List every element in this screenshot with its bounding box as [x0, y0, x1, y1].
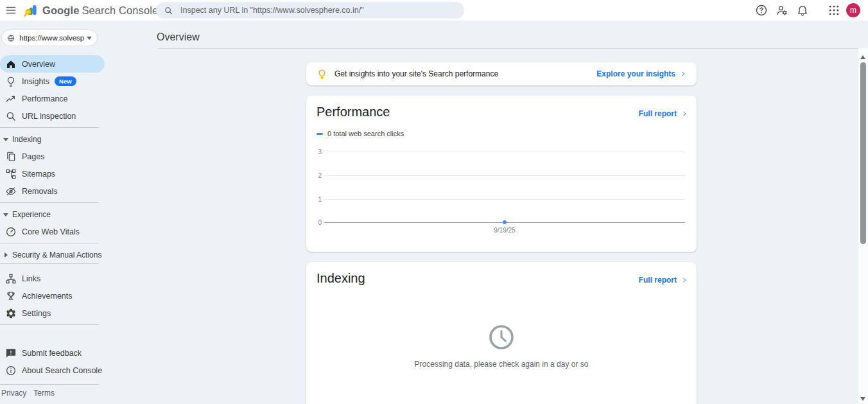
new-badge: New	[55, 76, 76, 86]
sidebar-item-label: Links	[22, 274, 40, 283]
chart-legend: 0 total web search clicks	[317, 130, 404, 137]
chevron-right-icon	[681, 110, 688, 117]
links-tree-icon	[5, 273, 17, 285]
performance-card: Performance Full report 0 total web sear…	[306, 96, 697, 252]
gridline	[324, 199, 685, 200]
feedback-icon	[5, 347, 17, 359]
sidebar-item-achievements[interactable]: Achievements	[0, 287, 105, 304]
sidebar-item-label: Submit feedback	[22, 349, 82, 358]
x-axis-tick: 9/19/25	[494, 227, 515, 234]
sidebar-section-security-manual-actions[interactable]: Security & Manual Actions	[0, 249, 105, 261]
chevron-right-icon	[680, 71, 686, 77]
sidebar-item-label: Core Web Vitals	[22, 227, 80, 236]
sidebar-item-pages[interactable]: Pages	[0, 148, 105, 165]
legal-links: Privacy Terms	[0, 389, 105, 398]
sidebar-item-label: Insights	[22, 77, 49, 86]
hamburger-menu-icon[interactable]	[5, 4, 17, 16]
terms-link[interactable]: Terms	[33, 389, 55, 398]
sidebar-divider	[0, 202, 99, 203]
sidebar-item-label: Settings	[22, 309, 51, 318]
sidebar-item-url-inspection[interactable]: URL inspection	[0, 107, 105, 125]
sidebar-item-label: About Search Console	[22, 366, 102, 375]
property-selector[interactable]: https://www.solvesphe...	[1, 30, 98, 46]
caret-right-icon	[4, 252, 8, 258]
pages-icon	[5, 151, 17, 162]
title-divider	[157, 48, 858, 49]
sidebar-section-indexing[interactable]: Indexing	[0, 134, 105, 145]
explore-insights-link[interactable]: Explore your insights	[596, 69, 686, 78]
sidebar-item-label: URL inspection	[22, 112, 76, 121]
google-apps-grid-icon[interactable]	[828, 4, 840, 17]
sidebar-item-core-web-vitals[interactable]: Core Web Vitals	[0, 223, 105, 240]
brand[interactable]: GoogleSearch Console	[23, 0, 158, 21]
insights-banner-text: Get insights into your site's Search per…	[334, 69, 596, 78]
sidebar-item-label: Sitemaps	[22, 170, 55, 179]
sitemap-icon	[5, 168, 17, 180]
sidebar-item-settings[interactable]: Settings	[0, 304, 105, 322]
section-label: Indexing	[12, 135, 41, 144]
indexing-card-title: Indexing	[317, 271, 365, 286]
y-axis-tick: 3	[306, 148, 322, 155]
notifications-bell-icon[interactable]	[796, 4, 809, 17]
indexing-card: Indexing Full report Processing data, pl…	[306, 262, 697, 404]
y-axis-tick: 2	[306, 172, 322, 179]
sidebar-item-insights[interactable]: Insights New	[0, 73, 105, 90]
account-avatar[interactable]: m	[846, 3, 860, 17]
manage-users-icon[interactable]	[776, 4, 788, 17]
performance-full-report-link[interactable]: Full report	[639, 109, 688, 118]
gridline	[324, 152, 685, 152]
sidebar-section-experience[interactable]: Experience	[0, 209, 105, 220]
scrollbar[interactable]	[858, 48, 868, 404]
sidebar-item-label: Performance	[22, 94, 68, 103]
sidebar-item-sitemaps[interactable]: Sitemaps	[0, 165, 105, 182]
sidebar-divider	[0, 324, 99, 325]
trending-up-icon	[5, 93, 17, 105]
insights-banner: Get insights into your site's Search per…	[306, 62, 697, 85]
legend-label: 0 total web search clicks	[327, 130, 404, 137]
sidebar-menu: Overview Insights New Performance URL in…	[0, 55, 105, 398]
y-axis-tick: 1	[306, 196, 322, 203]
caret-down-icon	[3, 138, 8, 141]
search-console-logo-icon	[23, 3, 38, 18]
performance-card-title: Performance	[317, 105, 390, 119]
sidebar-item-removals[interactable]: Removals	[0, 182, 105, 200]
property-selector-value: https://www.solvesphe...	[19, 34, 84, 42]
sidebar-item-links[interactable]: Links	[0, 270, 105, 287]
chevron-right-icon	[681, 277, 688, 283]
url-inspect-search-bar[interactable]	[156, 2, 464, 19]
globe-icon	[7, 33, 15, 43]
gauge-icon	[5, 226, 17, 238]
full-report-label: Full report	[639, 276, 677, 285]
section-label: Experience	[12, 210, 51, 219]
url-inspect-input[interactable]	[180, 6, 450, 15]
indexing-full-report-link[interactable]: Full report	[639, 276, 688, 285]
page-title: Overview	[157, 31, 200, 43]
sidebar-divider	[0, 263, 99, 264]
visibility-off-icon	[5, 186, 17, 197]
sidebar-item-label: Overview	[22, 60, 55, 69]
privacy-link[interactable]: Privacy	[1, 389, 26, 398]
scroll-up-arrow-icon[interactable]	[860, 55, 865, 59]
data-point[interactable]	[503, 220, 507, 224]
gear-icon	[5, 308, 17, 319]
y-axis-tick: 0	[306, 219, 322, 226]
sidebar-item-about-search-console[interactable]: About Search Console	[0, 362, 105, 379]
sidebar-item-label: Removals	[22, 187, 58, 196]
magnifier-icon	[5, 110, 17, 122]
search-icon	[164, 6, 173, 15]
help-icon[interactable]	[755, 4, 768, 17]
sidebar-item-performance[interactable]: Performance	[0, 90, 105, 107]
sidebar-item-submit-feedback[interactable]: Submit feedback	[0, 344, 105, 362]
sidebar-item-overview[interactable]: Overview	[0, 55, 105, 73]
lightbulb-icon	[5, 76, 17, 87]
clock-pending-icon	[487, 323, 516, 351]
home-icon	[5, 58, 17, 70]
scroll-down-arrow-icon[interactable]	[860, 397, 865, 401]
section-label: Security & Manual Actions	[12, 250, 101, 259]
lightbulb-insights-icon	[317, 69, 327, 80]
scrollbar-thumb[interactable]	[860, 62, 866, 244]
gridline	[324, 175, 685, 176]
caret-down-icon	[3, 213, 8, 216]
sidebar-divider	[0, 384, 99, 385]
sidebar-nav: https://www.solvesphe... Overview Insigh…	[0, 21, 105, 404]
